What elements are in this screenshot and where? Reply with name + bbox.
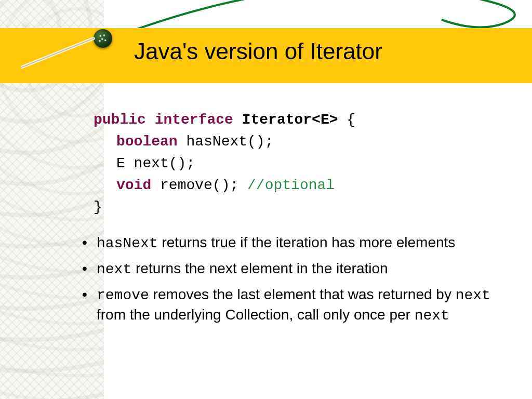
bullet-list: • hasNext returns true if the iteration … <box>94 233 509 326</box>
code-line-5: } <box>94 196 509 218</box>
bullet-icon: • <box>82 285 87 304</box>
list-item: • hasNext returns true if the iteration … <box>94 233 509 254</box>
slide-content: public interface Iterator<E> { boolean h… <box>94 109 509 331</box>
list-item: • next returns the next element in the i… <box>94 259 509 280</box>
code-line-2: boolean hasNext(); <box>94 131 509 153</box>
code-line-4: void remove(); //optional <box>94 175 509 196</box>
sphere-icon <box>94 29 112 48</box>
code-block: public interface Iterator<E> { boolean h… <box>94 109 509 218</box>
bullet-icon: • <box>82 259 87 278</box>
code-line-1: public interface Iterator<E> { <box>94 109 509 131</box>
bullet-icon: • <box>82 233 87 252</box>
list-item: • remove removes the last element that w… <box>94 285 509 326</box>
slide-title: Java's version of Iterator <box>134 38 382 64</box>
code-line-3: E next(); <box>94 153 509 175</box>
title-bar: Java's version of Iterator <box>0 28 532 83</box>
